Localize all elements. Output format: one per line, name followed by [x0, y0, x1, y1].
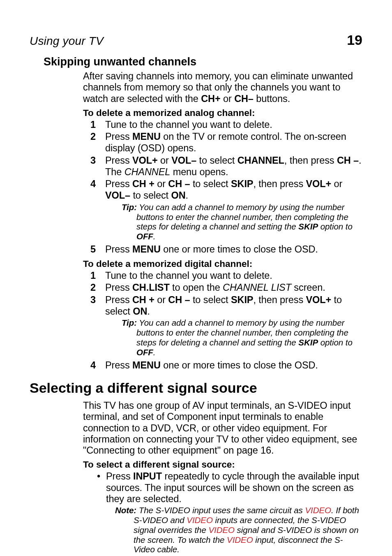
b: CH –	[337, 155, 359, 166]
t: one or more times to close the OSD.	[161, 360, 318, 371]
steps-digital: Tune to the channel you want to delete. …	[83, 270, 362, 371]
t: to select	[190, 294, 231, 305]
b: VOL–	[105, 190, 130, 201]
t: option to	[318, 222, 353, 231]
r: VIDEO	[208, 525, 235, 535]
step-analog-1: Tune to the channel you want to delete.	[83, 119, 362, 131]
note-video: Note: The S-VIDEO input uses the same ci…	[115, 505, 362, 554]
t: Press	[105, 131, 132, 142]
t: or	[331, 178, 342, 189]
b: INPUT	[133, 471, 162, 482]
intro-ch-minus: CH–	[234, 93, 254, 104]
t: or	[154, 178, 168, 189]
step-analog-5: Press MENU one or more times to close th…	[83, 244, 362, 255]
b: ON	[133, 306, 147, 317]
b: VOL–	[171, 155, 196, 166]
bullet-list: Press INPUT repeatedly to cycle through …	[97, 471, 362, 554]
b: CH +	[132, 178, 154, 189]
i: CHANNEL LIST	[223, 282, 291, 293]
r: VIDEO	[187, 515, 213, 525]
b: VOL+	[132, 155, 158, 166]
r: VIDEO	[305, 505, 331, 515]
t: to select	[190, 178, 231, 189]
b: OFF	[136, 232, 153, 241]
b: SKIP	[298, 222, 318, 231]
t: Press	[105, 178, 132, 189]
t: Press	[105, 282, 132, 293]
t: , then press	[284, 155, 337, 166]
b: MENU	[132, 244, 161, 255]
step-analog-2: Press MENU on the TV or remote control. …	[83, 131, 362, 154]
b: OFF	[136, 348, 153, 357]
t: Press	[106, 471, 133, 482]
r: VIDEO	[227, 535, 253, 544]
t: or	[158, 155, 172, 166]
intro-or: or	[221, 93, 235, 104]
page-header: Using your TV 19	[30, 32, 362, 48]
b: MENU	[132, 360, 161, 371]
b: MENU	[132, 131, 161, 142]
signal-source-paragraph: This TV has one group of AV input termin…	[83, 400, 362, 456]
step-digital-3: Press CH + or CH – to select SKIP, then …	[83, 294, 362, 357]
page-header-title: Using your TV	[30, 35, 104, 48]
t: Press	[105, 244, 132, 255]
step-analog-4: Press CH + or CH – to select SKIP, then …	[83, 178, 362, 241]
b: CH.LIST	[132, 282, 170, 293]
t: menu opens.	[170, 167, 228, 177]
b: CH +	[132, 294, 154, 305]
lead-signal-source: To select a different signal source:	[83, 459, 362, 470]
note-label: Note:	[115, 505, 136, 515]
t: .	[153, 232, 156, 241]
page-number: 19	[347, 32, 362, 48]
t: .	[153, 348, 156, 357]
b: VOL+	[306, 178, 331, 189]
b: VOL+	[306, 294, 331, 305]
t: one or more times to close the OSD.	[161, 244, 318, 255]
intro-post: buttons.	[254, 93, 290, 104]
step-digital-1: Tune to the channel you want to delete.	[83, 270, 362, 282]
step-digital-4: Press MENU one or more times to close th…	[83, 360, 362, 371]
t: Press	[105, 360, 132, 371]
t: screen.	[291, 282, 325, 293]
t: option to	[318, 338, 353, 347]
bullet-input: Press INPUT repeatedly to cycle through …	[97, 471, 362, 554]
t: .	[147, 306, 150, 317]
b: SKIP	[231, 294, 253, 305]
t: to select	[196, 155, 237, 166]
t: , then press	[253, 178, 306, 189]
b: CHANNEL	[238, 155, 284, 166]
step-digital-2: Press CH.LIST to open the CHANNEL LIST s…	[83, 282, 362, 294]
t: or	[154, 294, 168, 305]
b: CH –	[168, 294, 190, 305]
heading-signal-source: Selecting a different signal source	[30, 380, 362, 396]
lead-analog: To delete a memorized analog channel:	[83, 108, 362, 118]
step-text: Tune to the channel you want to delete.	[105, 119, 272, 130]
intro-ch-plus: CH+	[201, 93, 220, 104]
t: , then press	[253, 294, 306, 305]
page: Using your TV 19 Skipping unwanted chann…	[0, 0, 392, 556]
step-analog-3: Press VOL+ or VOL– to select CHANNEL, th…	[83, 155, 362, 178]
t: Press	[105, 294, 132, 305]
t: Press	[105, 155, 132, 166]
steps-analog: Tune to the channel you want to delete. …	[83, 119, 362, 255]
t: The S-VIDEO input uses the same circuit …	[136, 505, 305, 515]
b: ON	[171, 190, 185, 201]
b: CH –	[168, 178, 190, 189]
i: CHANNEL	[125, 167, 171, 177]
t: to select	[130, 190, 171, 201]
t: to open the	[170, 282, 223, 293]
b: SKIP	[231, 178, 253, 189]
t: .	[186, 190, 188, 201]
tip-analog: Tip: You can add a channel to memory by …	[122, 202, 362, 241]
tip-digital: Tip: You can add a channel to memory by …	[122, 318, 362, 357]
t: Tune to the channel you want to delete.	[105, 270, 272, 281]
b: SKIP	[298, 338, 318, 347]
heading-skipping-unwanted-channels: Skipping unwanted channels	[44, 56, 362, 68]
tip-label: Tip:	[122, 318, 137, 327]
intro-paragraph: After saving channels into memory, you c…	[83, 71, 362, 104]
lead-digital: To delete a memorized digital channel:	[83, 259, 362, 269]
tip-label: Tip:	[122, 202, 137, 212]
